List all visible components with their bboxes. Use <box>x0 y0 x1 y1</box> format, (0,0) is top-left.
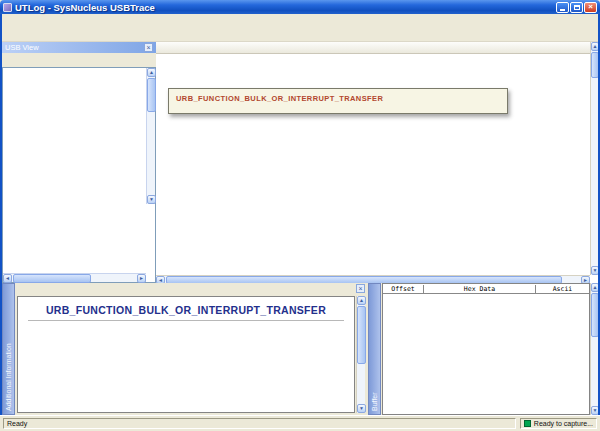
additional-info-strip-label: Additional Information <box>5 343 12 411</box>
capture-state: Ready to capture... <box>520 418 597 429</box>
title-divider <box>28 320 344 321</box>
hex-data-header: Hex Data <box>423 285 535 293</box>
tree-horizontal-scrollbar[interactable]: ◄ ► <box>3 273 146 282</box>
capture-state-label: Ready to capture... <box>534 420 593 427</box>
close-button[interactable]: × <box>584 2 597 13</box>
status-bar: Ready Ready to capture... <box>0 415 600 431</box>
usb-view-close-icon[interactable]: × <box>144 43 153 52</box>
tree-vertical-scrollbar[interactable]: ▲ ▼ <box>146 68 155 204</box>
app-icon <box>3 3 12 12</box>
usb-view-panel: USB View × ▲ ▼ ◄ ► <box>2 42 156 283</box>
log-table-header <box>156 42 590 54</box>
info-vertical-scrollbar[interactable]: ▲ ▼ <box>356 296 365 413</box>
buffer-strip-label: Buffer <box>371 392 378 411</box>
minimize-button[interactable] <box>556 2 569 13</box>
title-bar[interactable]: UTLog - SysNucleus USBTrace × <box>0 0 600 14</box>
window-title: UTLog - SysNucleus USBTrace <box>12 2 555 13</box>
toolbar <box>2 26 598 42</box>
log-vertical-scrollbar[interactable]: ▲ ▼ <box>590 42 598 275</box>
hex-viewer: Offset Hex Data Ascii <box>382 283 590 415</box>
scroll-down-icon[interactable]: ▼ <box>147 195 156 204</box>
hex-ascii-header: Ascii <box>535 285 589 293</box>
usb-view-caption-label: USB View <box>5 43 39 52</box>
menu-bar <box>2 14 598 26</box>
tree-scroll-thumb[interactable] <box>147 78 156 112</box>
additional-info-strip[interactable]: Additional Information <box>2 283 15 415</box>
log-table-panel: ▲ ▼ ◄ ► <box>156 42 598 283</box>
scroll-right-icon[interactable]: ► <box>137 274 146 283</box>
additional-info-panel: Additional Information × URB_FUNCTION_BU… <box>2 283 368 415</box>
hex-offset-header: Offset <box>383 285 423 293</box>
hex-header: Offset Hex Data Ascii <box>383 284 589 294</box>
info-panel-close-icon[interactable]: × <box>356 284 365 293</box>
info-panel-content: URB_FUNCTION_BULK_OR_INTERRUPT_TRANSFER <box>17 296 355 413</box>
scroll-left-icon[interactable]: ◄ <box>3 274 12 283</box>
restore-button[interactable] <box>570 2 583 13</box>
info-scroll-thumb[interactable] <box>357 306 366 364</box>
usb-view-caption: USB View × <box>2 42 156 53</box>
status-ready: Ready <box>3 418 516 429</box>
info-panel-title: URB_FUNCTION_BULK_OR_INTERRUPT_TRANSFER <box>18 304 354 316</box>
buffer-strip[interactable]: Buffer <box>368 283 381 415</box>
urb-detail-tooltip: URB_FUNCTION_BULK_OR_INTERRUPT_TRANSFER <box>168 88 508 114</box>
device-tree <box>2 67 156 283</box>
usb-view-tabs <box>2 53 156 67</box>
scroll-up-icon[interactable]: ▲ <box>147 68 156 77</box>
scroll-up-icon[interactable]: ▲ <box>357 296 366 305</box>
capture-indicator-icon <box>524 420 531 427</box>
app-window: UTLog - SysNucleus USBTrace × USB View ×… <box>0 0 600 431</box>
buffer-panel: Buffer Offset Hex Data Ascii ▲ ▼ <box>368 283 598 415</box>
window-border-left <box>0 14 2 431</box>
hex-vertical-scrollbar[interactable]: ▲ ▼ <box>590 283 598 415</box>
log-horizontal-scrollbar[interactable]: ◄ ► <box>156 275 590 283</box>
scroll-down-icon[interactable]: ▼ <box>357 404 366 413</box>
tooltip-title: URB_FUNCTION_BULK_OR_INTERRUPT_TRANSFER <box>176 94 500 103</box>
tree-hscroll-thumb[interactable] <box>13 274 91 283</box>
